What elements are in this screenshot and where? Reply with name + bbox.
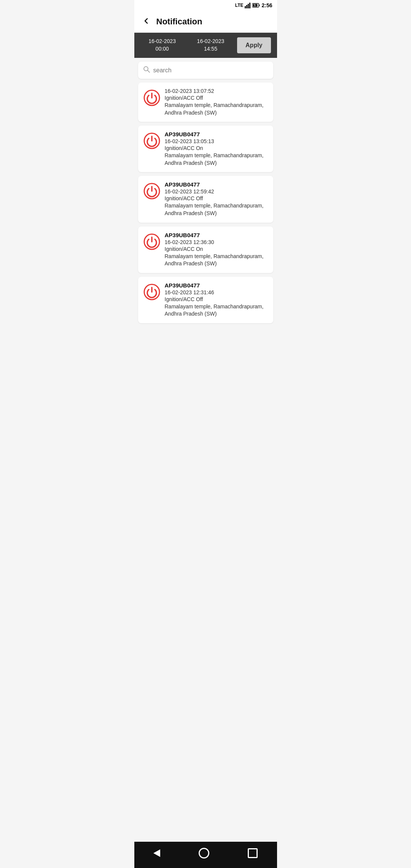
event-time: 16-02-2023 12:31:46 <box>165 289 268 295</box>
event-location: Ramalayam temple, Ramachandrapuram, Andh… <box>165 202 268 217</box>
nav-back-button[interactable] <box>146 847 168 861</box>
svg-line-11 <box>148 70 150 72</box>
end-date-box[interactable]: 16-02-2023 14:55 <box>189 38 233 53</box>
nav-recents-button[interactable] <box>240 846 265 862</box>
notification-card: 16-02-2023 13:07:52Ignition/ACC OffRamal… <box>138 83 273 122</box>
event-type: Ignition/ACC Off <box>165 296 268 302</box>
status-time: 2:56 <box>261 2 272 8</box>
apply-button[interactable]: Apply <box>237 37 271 53</box>
svg-rect-0 <box>245 6 246 8</box>
event-type: Ignition/ACC On <box>165 145 268 151</box>
power-icon <box>143 183 160 199</box>
vehicle-id: AP39UB0477 <box>165 131 268 137</box>
svg-rect-2 <box>248 4 249 8</box>
signal-bars-icon <box>245 2 251 8</box>
start-time: 00:00 <box>156 45 169 53</box>
power-icon <box>143 89 160 106</box>
event-location: Ramalayam temple, Ramachandrapuram, Andh… <box>165 152 268 167</box>
event-type: Ignition/ACC Off <box>165 195 268 201</box>
app-bar: Notification <box>134 11 277 33</box>
notification-card: AP39UB047716-02-2023 12:59:42Ignition/AC… <box>138 176 273 222</box>
vehicle-id: AP39UB0477 <box>165 181 268 188</box>
event-location: Ramalayam temple, Ramachandrapuram, Andh… <box>165 303 268 318</box>
card-content: AP39UB047716-02-2023 12:36:30Ignition/AC… <box>165 232 268 268</box>
bottom-nav <box>134 842 277 868</box>
back-button[interactable] <box>140 15 152 28</box>
event-time: 16-02-2023 12:59:42 <box>165 188 268 195</box>
event-time: 16-02-2023 13:05:13 <box>165 138 268 144</box>
event-location: Ramalayam temple, Ramachandrapuram, Andh… <box>165 102 268 116</box>
start-date-box[interactable]: 16-02-2023 00:00 <box>140 38 184 53</box>
card-content: 16-02-2023 13:07:52Ignition/ACC OffRamal… <box>165 88 268 116</box>
power-icon <box>143 132 160 149</box>
svg-rect-1 <box>246 5 247 8</box>
card-content: AP39UB047716-02-2023 13:05:13Ignition/AC… <box>165 131 268 167</box>
notification-card: AP39UB047716-02-2023 12:31:46Ignition/AC… <box>138 277 273 323</box>
event-location: Ramalayam temple, Ramachandrapuram, Andh… <box>165 253 268 268</box>
status-bar: LTE 2:56 <box>134 0 277 11</box>
event-time: 16-02-2023 12:36:30 <box>165 239 268 245</box>
notification-card: AP39UB047716-02-2023 13:05:13Ignition/AC… <box>138 126 273 172</box>
vehicle-id: AP39UB0477 <box>165 232 268 238</box>
notification-card: AP39UB047716-02-2023 12:36:30Ignition/AC… <box>138 227 273 273</box>
page-title: Notification <box>156 17 202 27</box>
event-time: 16-02-2023 13:07:52 <box>165 88 268 94</box>
status-icons: LTE 2:56 <box>235 2 272 8</box>
vehicle-id: AP39UB0477 <box>165 282 268 289</box>
search-bar <box>138 62 273 79</box>
svg-rect-5 <box>259 5 260 6</box>
start-date: 16-02-2023 <box>148 38 176 45</box>
nav-home-icon <box>199 852 209 860</box>
date-filter-bar: 16-02-2023 00:00 16-02-2023 14:55 Apply <box>134 33 277 58</box>
nav-home-button[interactable] <box>191 846 217 863</box>
power-icon <box>143 284 160 300</box>
event-type: Ignition/ACC On <box>165 246 268 252</box>
card-content: AP39UB047716-02-2023 12:31:46Ignition/AC… <box>165 282 268 318</box>
signal-icon: LTE <box>235 3 244 8</box>
end-time: 14:55 <box>204 45 217 53</box>
end-date: 16-02-2023 <box>197 38 225 45</box>
search-icon <box>143 65 150 75</box>
svg-rect-3 <box>249 3 250 8</box>
power-icon <box>143 233 160 250</box>
event-type: Ignition/ACC Off <box>165 95 268 101</box>
nav-recents-icon <box>248 851 258 860</box>
nav-back-icon <box>153 850 160 858</box>
search-input[interactable] <box>153 67 269 74</box>
battery-icon <box>252 3 260 8</box>
notification-list: 16-02-2023 13:07:52Ignition/ACC OffRamal… <box>134 83 277 842</box>
card-content: AP39UB047716-02-2023 12:59:42Ignition/AC… <box>165 181 268 217</box>
